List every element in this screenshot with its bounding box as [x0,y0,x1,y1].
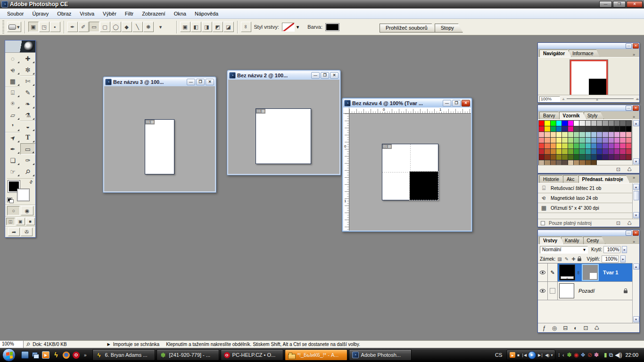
swatch[interactable] [609,126,614,132]
doc-close-button[interactable]: ✕ [206,79,214,85]
task-photoshop[interactable]: ◔ Adobe Photosh... [349,349,412,361]
window-switcher-icon[interactable] [32,351,39,359]
adjustment-layer-button[interactable]: ◐ [574,325,577,331]
swatch[interactable] [603,155,608,160]
swatch[interactable] [545,121,550,126]
lock-all-icon[interactable] [578,258,581,261]
stop-button[interactable]: ■ [517,353,519,357]
task-opera[interactable]: O PC-HELP.CZ • O... [221,349,283,361]
swatch[interactable] [591,149,596,154]
visibility-eye-icon[interactable] [540,289,545,293]
swatch[interactable] [597,143,602,148]
intersect-shape-area-button[interactable]: ◩ [213,22,223,32]
menu-item[interactable]: Zobrazení [138,9,170,18]
slider-thumb-icon[interactable]: ▵ [596,97,598,101]
fill-spinner-icon[interactable]: ▸ [620,255,626,263]
document-client-area[interactable]: 01▨ [104,86,215,191]
swatch[interactable] [568,155,573,160]
navigator-zoom-slider[interactable]: ▵ [567,99,634,99]
style-dropdown-icon[interactable]: ▾ [297,24,299,30]
elliptical-marquee-tool[interactable]: ◌ [5,53,20,64]
layer-style-button[interactable]: ƒ [543,325,546,331]
type-tool[interactable]: T [20,132,35,143]
swatch[interactable] [545,155,550,160]
swatch[interactable] [574,121,579,126]
delete-swatch-button[interactable]: ♺ [627,166,632,173]
power-tray-icon[interactable]: ▮ [604,352,607,358]
panel-titlebar[interactable]: — ✕ [538,43,639,49]
layer-style-swatch[interactable] [282,23,295,32]
visibility-eye-icon[interactable] [540,271,545,274]
new-preset-button[interactable]: ⊡ [616,220,620,226]
mask-link-icon[interactable]: ∞ [576,271,581,274]
doc-maximize-button[interactable]: ❐ [196,79,205,85]
brush-tool[interactable]: ✎ [20,87,35,98]
tool-preset-picker[interactable]: ▾ [7,22,21,32]
swatch[interactable] [614,155,619,160]
lasso-tool[interactable]: ҽ [5,64,20,75]
palette-well-tab[interactable]: Stopy [435,24,463,33]
panel-tab[interactable]: Historie [539,175,566,183]
swatch[interactable] [603,138,608,143]
imageready-button[interactable]: ✇ [21,228,33,236]
slice-tool[interactable]: ✄ [20,75,35,87]
custom-shape-tool-button[interactable]: ❋ [143,22,154,32]
swatch[interactable] [591,155,596,160]
path-selection-tool[interactable]: ➤ [5,132,20,143]
dodge-tool[interactable]: ◒ [20,121,35,132]
minimize-button[interactable]: — [599,1,612,8]
menu-item[interactable]: Filtr [121,9,138,18]
swatch[interactable] [591,132,596,137]
move-tool[interactable]: ✚ [20,53,35,64]
swatch[interactable] [609,138,614,143]
doc-close-button[interactable]: ✕ [462,100,470,107]
fullscreen-button[interactable]: ■ [26,218,35,225]
swatch[interactable] [609,143,614,148]
swatch[interactable] [545,149,550,154]
opacity-spinner-icon[interactable]: ▸ [622,246,627,253]
scroll-down-icon[interactable]: ▾ [633,158,639,165]
swatch[interactable] [562,126,567,132]
swatch[interactable] [556,143,561,148]
close-button[interactable]: ✕ [627,1,643,8]
swatch[interactable] [626,149,631,154]
layer-row-tvar1[interactable]: ✎ ▵ ∞ Tvar 1 [538,263,632,282]
document-titlebar[interactable]: ◔ Bez názvu 3 @ 100... — ❐ ✕ [104,78,215,86]
firefox-icon[interactable] [63,352,70,359]
healing-brush-tool[interactable]: ⌻ [5,87,20,98]
swatch[interactable] [545,126,550,132]
scroll-up-icon[interactable]: ▴ [633,263,639,270]
standard-mode-button[interactable]: ○ [7,206,20,215]
healing-brush-preset[interactable]: ⌻ Retušovací štětec 21 ob [538,183,632,193]
opera-tray-icon[interactable]: ◉ [574,352,578,358]
swatch[interactable] [556,121,561,126]
swatch[interactable] [551,121,556,126]
swatch[interactable] [562,155,567,160]
swatch[interactable] [556,132,561,137]
rectangle-tool[interactable]: ▭ [20,143,35,155]
navigator-preview[interactable] [570,60,608,98]
fullscreen-menubar-button[interactable]: ▣ [16,218,25,225]
swatch[interactable] [603,121,608,126]
doc-maximize-button[interactable]: ❐ [452,100,461,107]
swatch[interactable] [545,143,550,148]
swatch[interactable] [603,126,608,132]
swatches-scrollbar[interactable]: ▴ ▾ [632,120,639,165]
swatch[interactable] [579,132,585,137]
swatch[interactable] [626,126,631,132]
panel-titlebar[interactable]: — ✕ [538,105,639,111]
menu-item[interactable]: Výběr [99,9,121,18]
swatch[interactable] [626,155,631,160]
swatches-menu-icon[interactable]: » [630,115,636,121]
blend-mode-select[interactable]: Normální▾ [540,246,588,254]
swatch[interactable] [551,126,556,132]
magic-wand-tool[interactable]: ✼ [20,64,35,75]
options-grip[interactable] [2,20,4,33]
swatch[interactable] [539,155,544,160]
swatch[interactable] [591,143,596,148]
swatch[interactable] [603,143,608,148]
swatch[interactable] [556,138,561,143]
document-size-info[interactable]: Dok: 41KB/0 KB [33,342,66,347]
swatch[interactable] [591,121,596,126]
zoom-level-field[interactable]: 100% [0,341,24,348]
